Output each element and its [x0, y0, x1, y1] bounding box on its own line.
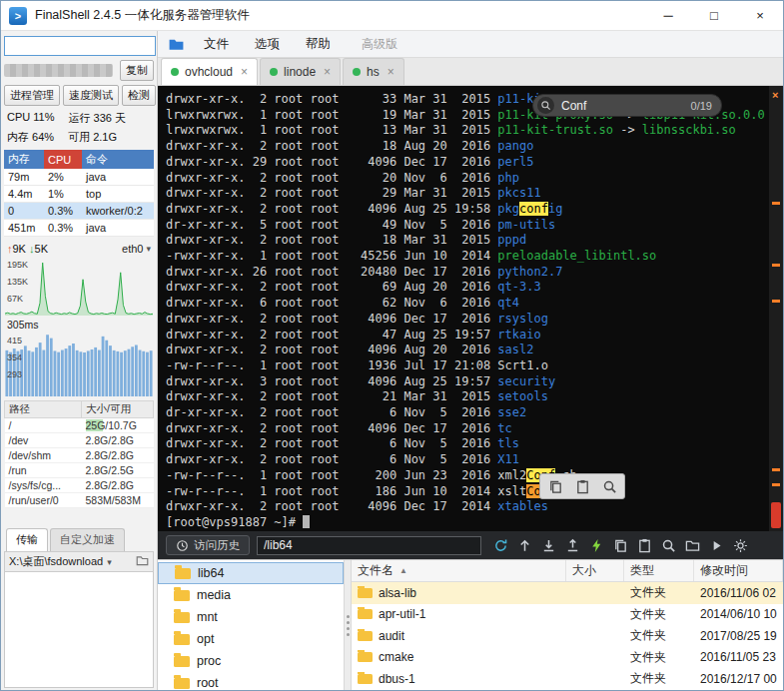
clear-marks-icon[interactable]: × [772, 90, 778, 101]
tree-item[interactable]: mnt [158, 606, 344, 628]
paste-icon[interactable] [570, 476, 594, 496]
search-icon[interactable] [597, 476, 621, 496]
session-tab-label: linode [284, 65, 316, 79]
transfer-tabs: 传输 自定义加速 [4, 528, 154, 551]
tree-item[interactable]: proc [158, 650, 344, 672]
col-type[interactable]: 类型 [624, 560, 694, 581]
titlebar: > FinalShell 2.4.5 一体化服务器管理软件 ─ □ × [1, 1, 783, 31]
folder-icon [358, 631, 373, 641]
terminal[interactable]: drwxr-xr-x. 2 root root 33 Mar 31 2015 p… [158, 86, 783, 531]
tree-item[interactable]: media [158, 584, 344, 606]
file-row[interactable]: alsa-lib文件夹2016/11/06 02 [352, 582, 783, 604]
remote-path-input[interactable] [257, 536, 481, 555]
scrollbar-handle[interactable] [771, 502, 781, 528]
ping-chart: 415 354 293 [5, 333, 153, 396]
disk-col-size[interactable]: 大小/可用 [82, 401, 154, 418]
cpu-status-line: CPU 11% 运行 336 天 [4, 110, 154, 127]
process-row[interactable]: 4.4m1%top [4, 186, 154, 203]
folder-icon [174, 656, 190, 667]
open-folder-icon[interactable] [136, 554, 149, 569]
tab-close-icon[interactable]: × [241, 65, 248, 79]
gear-icon[interactable] [729, 534, 751, 556]
tab-transfer[interactable]: 传输 [6, 528, 48, 551]
terminal-line: drwxr-xr-x. 2 root root 4096 Dec 17 2014… [166, 499, 767, 515]
file-row[interactable]: dbus-1文件夹2016/12/17 00 [352, 668, 783, 690]
disk-row[interactable]: /25G/10.7G [5, 418, 154, 433]
process-row[interactable]: 451m0.3%java [4, 220, 154, 237]
tab-custom-accel[interactable]: 自定义加速 [50, 528, 125, 551]
disk-row[interactable]: /dev/shm2.8G/2.8G [5, 448, 154, 463]
interface-name: eth0 [122, 243, 143, 255]
col-mtime[interactable]: 修改时间 [694, 560, 783, 581]
tree-item[interactable]: opt [158, 628, 344, 650]
file-row[interactable]: apr-util-1文件夹2014/06/10 10 [352, 604, 783, 626]
file-row[interactable]: audit文件夹2017/08/25 19 [352, 625, 783, 647]
folder-icon[interactable] [681, 534, 703, 556]
lightning-icon[interactable] [585, 534, 607, 556]
interface-selector[interactable]: eth0 ▾ [122, 243, 151, 255]
process-row[interactable]: 00.3%kworker/0:2 [4, 203, 154, 220]
download-icon[interactable] [537, 534, 559, 556]
chevron-down-icon[interactable]: ▾ [107, 557, 112, 567]
menu-options[interactable]: 选项 [242, 33, 293, 56]
sidebar-search-input[interactable] [4, 36, 156, 56]
tree-item[interactable]: lib64 [158, 562, 344, 584]
play-icon[interactable] [705, 534, 727, 556]
tree-item-label: opt [197, 632, 214, 646]
disk-row[interactable]: /run/user/0583M/583M [5, 493, 154, 508]
terminal-line: drwxr-xr-x. 26 root root 20480 Dec 17 20… [166, 265, 767, 281]
file-mtime: 2016/11/05 23 [694, 650, 783, 664]
paste-icon[interactable] [633, 534, 655, 556]
process-row[interactable]: 79m2%java [4, 169, 154, 186]
copy-icon[interactable] [543, 476, 567, 496]
copy-icon[interactable] [609, 534, 631, 556]
splitter-handle[interactable] [344, 560, 352, 690]
disk-col-path[interactable]: 路径 [5, 401, 82, 418]
menu-file[interactable]: 文件 [191, 33, 242, 56]
disk-row[interactable]: /sys/fs/cg...2.8G/2.8G [5, 478, 154, 493]
folder-icon [358, 674, 373, 684]
menu-help[interactable]: 帮助 [293, 33, 344, 56]
col-size[interactable]: 大小 [566, 560, 624, 581]
download-path-row[interactable]: X:\桌面\fsdownload ▾ [4, 551, 154, 572]
transfer-list-panel[interactable] [4, 572, 154, 688]
terminal-line: drwxr-xr-x. 2 root root 29 Mar 31 2015 p… [166, 186, 767, 202]
terminal-line: lrwxrwxrwx. 1 root root 13 Mar 31 2015 p… [166, 123, 767, 139]
tree-item-label: root [197, 676, 219, 690]
upload-icon[interactable] [561, 534, 583, 556]
terminal-scrollbar[interactable]: × [769, 86, 783, 531]
copy-host-button[interactable]: 复制 [120, 60, 154, 81]
download-path: X:\桌面\fsdownload [9, 554, 103, 569]
close-button[interactable]: × [737, 1, 783, 31]
search-match-marker [772, 468, 780, 471]
process-manager-button[interactable]: 进程管理 [4, 85, 60, 106]
premium-label[interactable]: 高级版 [362, 36, 397, 53]
search-query[interactable]: Conf [561, 99, 684, 113]
connection-manager-icon[interactable] [168, 36, 185, 53]
process-col-memory: 内存 [4, 150, 44, 169]
session-tabs: ovhcloud×linode×hs× [158, 58, 783, 86]
session-tab[interactable]: ovhcloud× [161, 58, 258, 85]
session-tab[interactable]: hs× [343, 58, 404, 85]
network-tick-2: 135K [7, 278, 28, 287]
maximize-button[interactable]: □ [691, 1, 737, 31]
detect-button[interactable]: 检测 [122, 85, 156, 106]
disk-row[interactable]: /dev2.8G/2.8G [5, 433, 154, 448]
session-tab[interactable]: linode× [260, 58, 341, 85]
terminal-search-overlay[interactable]: Conf 0/19 [532, 94, 722, 117]
speed-test-button[interactable]: 速度测试 [63, 85, 119, 106]
sort-asc-icon: ▲ [399, 566, 407, 575]
file-row[interactable]: cmake文件夹2016/11/05 23 [352, 647, 783, 669]
history-button[interactable]: 访问历史 [166, 535, 250, 555]
file-name: cmake [379, 650, 413, 664]
col-filename[interactable]: 文件名 ▲ [352, 560, 566, 581]
minimize-button[interactable]: ─ [645, 1, 691, 31]
tree-item[interactable]: root [158, 672, 344, 690]
tab-close-icon[interactable]: × [388, 65, 394, 79]
terminal-line: drwxr-xr-x. 3 root root 4096 Aug 25 19:5… [166, 374, 767, 390]
up-level-icon[interactable] [513, 534, 535, 556]
search-icon[interactable] [657, 534, 679, 556]
tab-close-icon[interactable]: × [324, 65, 331, 79]
refresh-icon[interactable] [489, 534, 511, 556]
disk-row[interactable]: /run2.8G/2.5G [5, 463, 154, 478]
